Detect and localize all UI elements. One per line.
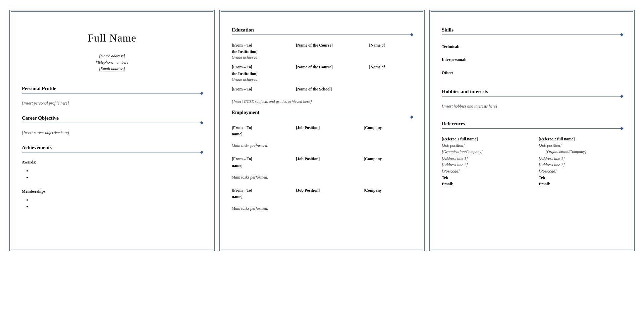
home-address: [Home address] (22, 53, 202, 59)
ref1-position: [Job position] (442, 142, 525, 149)
education-entry: [From – To] [Name of the Course] [Name o… (232, 64, 412, 77)
job-from-to: [From – To] (232, 125, 295, 131)
page-inner: Skills Technical: Interpersonal: Other: … (431, 11, 633, 250)
job-from-to: [From – To] (232, 187, 295, 194)
job-company-part2: name] (232, 194, 243, 199)
edu-grade: Grade achieved: (232, 77, 412, 82)
job-company-part1: [Company (364, 156, 382, 162)
achievements-title: Achievements (22, 145, 202, 150)
memberships-label: Memberships: (22, 189, 202, 194)
job-tasks: Main tasks performed: (232, 206, 412, 211)
references-title: References (442, 121, 622, 127)
job-tasks: Main tasks performed: (232, 143, 412, 148)
job-tasks: Main tasks performed: (232, 175, 412, 180)
edu-from-to: [From – To] (232, 64, 295, 70)
section-divider (442, 127, 622, 130)
awards-label: Awards: (22, 160, 202, 165)
email-address: [Email address] (22, 66, 202, 72)
ref1-tel: Tel: (442, 175, 525, 181)
ref2-name: [Referee 2 full name] (539, 136, 622, 142)
job-position: [Job Position] (296, 156, 363, 162)
education-entry: [From – To] [Name of the Course] [Name o… (232, 42, 412, 55)
cv-page-3: Skills Technical: Interpersonal: Other: … (429, 10, 635, 251)
memberships-list (31, 197, 202, 211)
gcse-placeholder: {Insert GCSE subjects and grades achieve… (232, 99, 412, 104)
cv-page-1: Full Name [Home address] [Telephone numb… (9, 10, 215, 251)
education-title: Education (232, 27, 412, 33)
ref2-addr1: [Address line 1] (539, 155, 622, 162)
edu-inst-part1: [Name of (369, 42, 385, 49)
section-divider (22, 92, 202, 95)
career-objective-placeholder: [Insert career objective here] (22, 130, 202, 135)
job-company-part1: [Company (364, 125, 382, 131)
page-inner: Education [From – To] [Name of the Cours… (221, 11, 423, 250)
edu-inst-part2: the Institution] (232, 71, 258, 76)
section-divider (232, 116, 412, 119)
skills-title: Skills (442, 27, 622, 33)
edu-from-to: [From – To] (232, 42, 295, 49)
page-inner: Full Name [Home address] [Telephone numb… (11, 11, 213, 250)
job-from-to: [From – To] (232, 156, 295, 162)
edu-grade: Grade achieved: (232, 55, 412, 60)
hobbies-placeholder: [Insert hobbies and interests here] (442, 104, 622, 109)
school-entry: [From – To] [Name of the School] (232, 86, 412, 92)
ref2-org: [Organisation/Company] (545, 149, 622, 155)
ref2-email: Email: (539, 181, 622, 187)
full-name: Full Name (22, 32, 202, 44)
ref1-addr1: [Address line 1] (442, 155, 525, 162)
section-divider (232, 34, 412, 36)
job-position: [Job Position] (296, 125, 363, 131)
skills-technical: Technical: (442, 44, 622, 49)
ref1-email: Email: (442, 181, 525, 187)
ref2-postcode: [Postcode] (539, 168, 622, 175)
edu-course: [Name of the Course] (296, 64, 368, 70)
awards-list (31, 168, 202, 182)
ref1-addr2: [Address line 2] (442, 162, 525, 168)
cv-page-2: Education [From – To] [Name of the Cours… (219, 10, 425, 251)
ref2-position: [Job position] (539, 142, 622, 149)
section-divider (22, 122, 202, 124)
job-position: [Job Position] (296, 187, 363, 194)
job-company-part2: name] (232, 163, 243, 168)
career-objective-title: Career Objective (22, 115, 202, 121)
employment-entry: [From – To] [Job Position] [Company name… (232, 125, 412, 137)
section-divider (22, 151, 202, 154)
edu-course: [Name of the Course] (296, 42, 368, 49)
ref1-org: [Organisation/Company] (442, 149, 525, 155)
references-columns: [Referee 1 full name] [Job position] [Or… (442, 136, 622, 188)
contact-block: [Home address] [Telephone number] [Email… (22, 53, 202, 72)
ref2-tel: Tel: (539, 175, 622, 181)
school-name: [Name of the School] (296, 86, 332, 92)
ref2-addr2: [Address line 2] (539, 162, 622, 168)
employment-entry: [From – To] [Job Position] [Company name… (232, 156, 412, 169)
edu-inst-part2: the Institution] (232, 49, 258, 54)
referee-1: [Referee 1 full name] [Job position] [Or… (442, 136, 525, 188)
personal-profile-title: Personal Profile (22, 86, 202, 91)
personal-profile-placeholder: [Insert personal profile here] (22, 101, 202, 106)
skills-interpersonal: Interpersonal: (442, 57, 622, 62)
hobbies-title: Hobbies and interests (442, 89, 622, 94)
section-divider (442, 34, 622, 36)
section-divider (442, 95, 622, 98)
telephone: [Telephone number] (22, 59, 202, 66)
job-company-part1: [Company (364, 187, 382, 194)
school-from-to: [From – To] (232, 86, 295, 92)
referee-2: [Referee 2 full name] [Job position] [Or… (539, 136, 622, 188)
employment-title: Employment (232, 110, 412, 115)
ref1-name: [Referee 1 full name] (442, 136, 525, 142)
employment-entry: [From – To] [Job Position] [Company name… (232, 187, 412, 200)
edu-inst-part1: [Name of (369, 64, 385, 70)
ref1-postcode: [Postcode] (442, 168, 525, 175)
job-company-part2: name] (232, 132, 243, 136)
skills-other: Other: (442, 70, 622, 75)
